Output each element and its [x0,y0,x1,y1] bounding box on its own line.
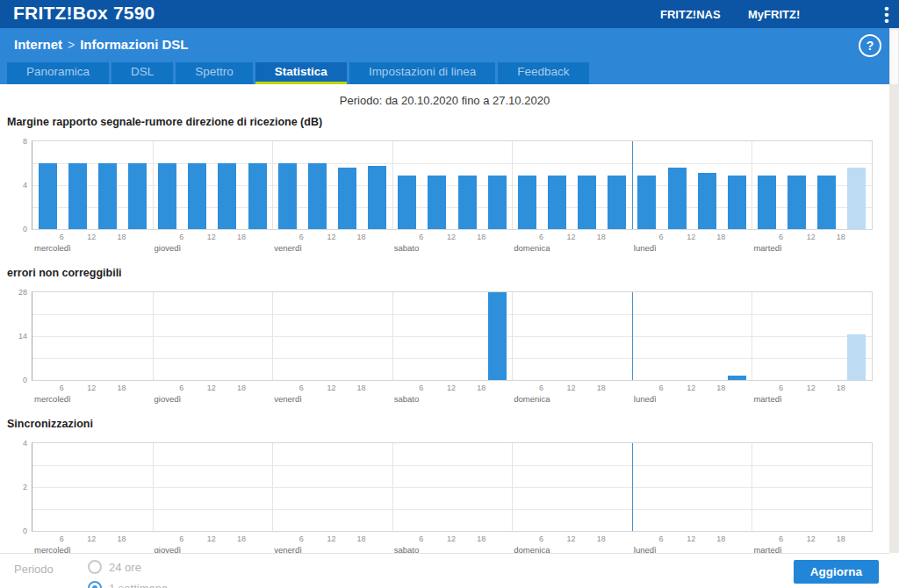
scrollbar-thumb[interactable] [890,30,898,84]
gridline [32,465,872,466]
bar [158,163,176,229]
bar [847,334,866,380]
kebab-menu-icon[interactable]: ••• [882,5,891,24]
x-tick-label: 6 [658,384,663,392]
bar [39,163,57,229]
x-tick-label: 12 [687,384,695,392]
bar [308,163,327,229]
bar [278,163,297,229]
day-label: martedì [753,394,781,404]
bar [98,163,117,229]
radio-24-ore[interactable]: 24 ore [88,560,141,574]
day-divider-line [272,443,273,531]
breadcrumb-section[interactable]: Internet [14,37,62,52]
bar [188,163,206,229]
x-tick-label: 18 [477,233,485,241]
x-tick-label: 6 [539,233,543,241]
day-divider-line [272,292,273,380]
x-tick-label: 6 [299,233,304,241]
day-divider-line [512,292,513,380]
chart-plot: 01428 [32,291,873,381]
radio-1-settimana[interactable]: 1 settimana [88,581,168,588]
tab-dsl[interactable]: DSL [111,62,173,84]
x-tick-label: 6 [299,534,304,543]
bar [218,163,236,229]
help-icon[interactable]: ? [859,34,881,57]
x-tick-label: 12 [87,233,96,241]
y-tick-label: 0 [4,376,27,384]
x-tick-label: 18 [237,534,246,543]
y-tick-label: 4 [4,439,27,448]
x-tick-label: 6 [658,534,663,543]
x-tick-label: 12 [447,233,456,241]
bar [458,176,477,229]
x-tick-label: 6 [419,384,423,392]
x-tick-label: 18 [357,233,366,241]
x-tick-label: 6 [658,233,663,241]
bar [488,292,507,380]
day-divider-line [752,141,752,229]
x-tick-label: 18 [357,534,366,543]
x-tick-label: 18 [597,233,606,241]
day-label: venerdì [274,243,302,253]
x-tick-label: 6 [419,233,423,241]
tab-panoramica[interactable]: Panoramica [7,62,109,84]
x-tick-label: 18 [837,534,845,543]
x-tick-label: 18 [597,384,606,392]
x-tick-label: 18 [117,233,126,241]
gridline [32,358,872,359]
bar [817,176,836,229]
tab-spettro[interactable]: Spettro [176,62,253,84]
tab-statistica[interactable]: Statistica [255,62,347,84]
bar [847,168,866,229]
day-label: martedì [753,243,781,253]
day-divider-line [752,292,752,380]
update-button[interactable]: Aggiorna [794,560,879,584]
x-tick-label: 6 [779,233,783,241]
bar [338,168,356,229]
scrollbar[interactable] [889,28,899,553]
x-tick-label: 18 [477,534,485,543]
current-day-marker-line [632,141,633,229]
day-divider-line [153,141,154,229]
gridline [32,487,872,488]
fritznas-link[interactable]: FRITZ!NAS [660,8,721,21]
gridline [32,336,872,337]
x-tick-label: 12 [87,534,96,543]
x-tick-label: 18 [117,384,126,392]
tab-impostazioni-di-linea[interactable]: Impostazioni di linea [349,62,495,84]
x-tick-label: 12 [567,534,576,543]
app-title: FRITZ!Box 7590 [13,3,155,24]
chart-synchronizations: Sincronizzazioni 024 6121861218612186121… [0,418,889,556]
bar [398,176,416,229]
day-divider-line [272,141,273,229]
x-tick-label: 12 [807,534,816,543]
day-divider-line [392,443,393,531]
y-tick-label: 8 [4,137,27,146]
tab-feedback[interactable]: Feedback [498,62,588,84]
x-tick-label: 18 [357,384,366,392]
x-axis-hours: 61218612186121861218612186121861218 [32,384,871,394]
chart-title: Margine rapporto segnale-rumore direzion… [7,116,889,130]
x-tick-label: 12 [807,384,816,392]
x-tick-label: 12 [447,534,456,543]
radio-label: 24 ore [109,561,141,574]
bar [578,176,596,229]
x-tick-label: 12 [207,384,216,392]
day-divider-line [752,443,752,531]
radio-icon[interactable] [88,560,102,574]
x-tick-label: 12 [327,384,335,392]
y-tick-label: 2 [4,483,27,491]
radio-selected-icon[interactable] [88,581,102,588]
x-tick-label: 6 [419,534,423,543]
x-tick-label: 18 [237,233,246,241]
bar [788,176,806,229]
myfritz-link[interactable]: MyFRITZ! [748,8,800,21]
x-tick-label: 18 [716,534,725,543]
x-tick-label: 18 [237,384,246,392]
day-divider-line [392,292,393,380]
day-label: domenica [514,243,550,253]
y-tick-label: 4 [4,181,27,190]
x-tick-label: 6 [179,534,183,543]
day-label: sabato [394,243,420,253]
